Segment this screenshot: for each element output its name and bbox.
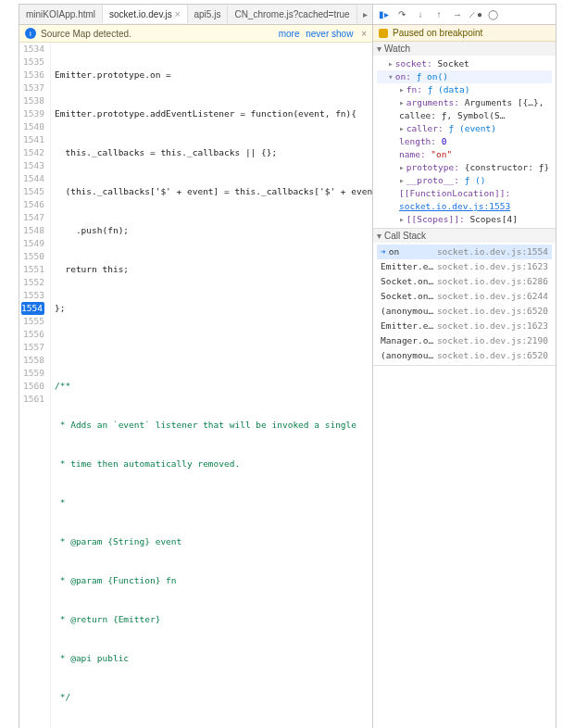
tab-bar: miniKOIApp.html socket.io.dev.js× api5.j…: [19, 5, 372, 25]
tab-miniapp[interactable]: miniKOIApp.html: [19, 6, 103, 23]
line-gutter[interactable]: 1534153515361537153815391540154115421543…: [19, 43, 51, 728]
callstack-panel: ▾Call Stack ➔onsocket.io.dev.js:1554 Emi…: [373, 229, 556, 366]
tab-socketio[interactable]: socket.io.dev.js×: [103, 6, 187, 23]
tab-overflow-icon[interactable]: ▸: [357, 9, 373, 19]
watch-header[interactable]: ▾Watch: [373, 42, 556, 56]
tab-api5[interactable]: api5.js: [188, 6, 229, 23]
code-body[interactable]: Emitter.prototype.on = Emitter.prototype…: [51, 43, 372, 728]
code-editor[interactable]: 1534153515361537153815391540154115421543…: [19, 43, 372, 728]
function-location-link[interactable]: socket.io.dev.js:1553: [399, 201, 510, 211]
source-map-notice: i Source Map detected. more never show ×: [19, 25, 372, 43]
step-icon[interactable]: →: [451, 8, 464, 21]
source-map-more-link[interactable]: more: [279, 29, 300, 39]
source-map-nevershow-link[interactable]: never show: [306, 29, 353, 39]
info-icon: i: [25, 28, 36, 39]
callstack-header[interactable]: ▾Call Stack: [373, 229, 556, 243]
stack-frame[interactable]: (anonymous)socket.io.dev.js:6520: [377, 304, 552, 319]
close-icon[interactable]: ×: [175, 9, 181, 19]
stack-frame[interactable]: Socket.oneventsocket.io.dev.js:6286: [377, 274, 552, 289]
source-pane: miniKOIApp.html socket.io.dev.js× api5.j…: [19, 5, 372, 728]
resume-icon[interactable]: ▮▸: [377, 8, 390, 21]
stack-frame[interactable]: Emitter.emitsocket.io.dev.js:1623: [377, 259, 552, 274]
source-map-text: Source Map detected.: [41, 29, 131, 39]
debug-sidebar: ▮▸ ↷ ↓ ↑ → ⟋● ◯ Paused on breakpoint ▾Wa…: [372, 5, 556, 728]
deactivate-breakpoints-icon[interactable]: ⟋●: [469, 9, 481, 20]
tab-cnchrome[interactable]: CN_chrome.js?cached=true: [228, 6, 356, 23]
devtools-screenshot-1: miniKOIApp.html socket.io.dev.js× api5.j…: [19, 4, 556, 728]
debug-toolbar: ▮▸ ↷ ↓ ↑ → ⟋● ◯: [373, 5, 556, 25]
close-icon[interactable]: ×: [361, 29, 367, 39]
step-over-icon[interactable]: ↷: [395, 8, 408, 21]
pause-exceptions-icon[interactable]: ◯: [486, 8, 499, 21]
paused-banner: Paused on breakpoint: [373, 25, 556, 42]
stack-frame[interactable]: ➔onsocket.io.dev.js:1554: [377, 245, 552, 259]
watch-panel: ▾Watch socket: Socket on: ƒ on() fn: ƒ (…: [373, 42, 556, 229]
breakpoint-marker: 1554: [21, 302, 44, 315]
step-out-icon[interactable]: ↑: [432, 8, 445, 21]
stack-frame[interactable]: Manager.ondecodedsocket.io.dev.js:2190: [377, 333, 552, 348]
stack-frame[interactable]: Socket.onpacketsocket.io.dev.js:6244: [377, 289, 552, 304]
stack-frame[interactable]: Emitter.emitsocket.io.dev.js:1623: [377, 319, 552, 333]
step-into-icon[interactable]: ↓: [414, 8, 427, 21]
stack-frame[interactable]: (anonymous)socket.io.dev.js:6520: [377, 348, 552, 363]
